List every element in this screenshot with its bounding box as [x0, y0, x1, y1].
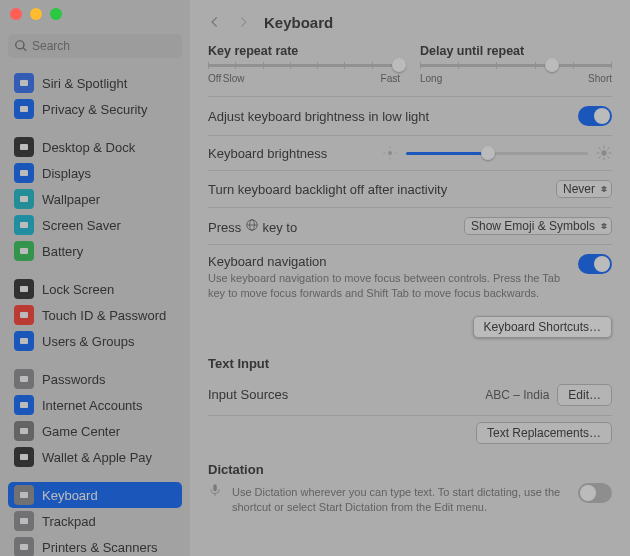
kb-brightness-label: Keyboard brightness: [208, 146, 382, 161]
sidebar-item-touch-id-password[interactable]: Touch ID & Password: [8, 302, 182, 328]
page-title: Keyboard: [264, 14, 333, 31]
key-repeat-label: Key repeat rate: [208, 44, 400, 58]
nav-back[interactable]: [208, 15, 222, 29]
sidebar-item-label: Displays: [42, 166, 91, 181]
search-input[interactable]: [8, 34, 182, 58]
sidebar-item-battery[interactable]: Battery: [8, 238, 182, 264]
sidebar-item-label: Siri & Spotlight: [42, 76, 127, 91]
svg-rect-7: [20, 286, 28, 292]
svg-rect-1: [20, 106, 28, 112]
delay-repeat-min: Long: [420, 73, 442, 84]
svg-rect-4: [20, 196, 28, 202]
svg-line-30: [607, 148, 609, 150]
sidebar-item-game-center[interactable]: Game Center: [8, 418, 182, 444]
svg-rect-2: [20, 144, 28, 150]
svg-rect-8: [20, 312, 28, 318]
hand-icon: [14, 99, 34, 119]
svg-point-17: [388, 151, 392, 155]
finger-icon: [14, 305, 34, 325]
kb-nav-label: Keyboard navigation: [208, 254, 578, 269]
sidebar-item-privacy-security[interactable]: Privacy & Security: [8, 96, 182, 122]
svg-rect-34: [213, 484, 217, 491]
sidebar-item-label: Screen Saver: [42, 218, 121, 233]
trackpad-icon: [14, 511, 34, 531]
delay-repeat-slider[interactable]: [420, 64, 612, 67]
users-icon: [14, 331, 34, 351]
svg-rect-6: [20, 248, 28, 254]
input-sources-label: Input Sources: [208, 387, 485, 402]
delay-repeat-label: Delay until repeat: [420, 44, 612, 58]
sidebar-item-label: Trackpad: [42, 514, 96, 529]
svg-rect-0: [20, 80, 28, 86]
window-zoom[interactable]: [50, 8, 62, 20]
svg-rect-9: [20, 338, 28, 344]
sidebar-item-siri-spotlight[interactable]: Siri & Spotlight: [8, 70, 182, 96]
brightness-low-icon: [382, 145, 398, 161]
key-repeat-slider[interactable]: [208, 64, 400, 67]
backlight-off-select[interactable]: Never: [556, 180, 612, 198]
press-key-select[interactable]: Show Emoji & Symbols: [464, 217, 612, 235]
svg-rect-5: [20, 222, 28, 228]
sidebar-item-users-groups[interactable]: Users & Groups: [8, 328, 182, 354]
backlight-off-label: Turn keyboard backlight off after inacti…: [208, 182, 556, 197]
sidebar-search[interactable]: [8, 34, 182, 58]
text-replacements-button[interactable]: Text Replacements…: [476, 422, 612, 444]
adjust-brightness-toggle[interactable]: [578, 106, 612, 126]
sidebar-item-wallpaper[interactable]: Wallpaper: [8, 186, 182, 212]
svg-line-27: [599, 148, 601, 150]
battery-icon: [14, 241, 34, 261]
press-key-label: Press key to: [208, 218, 464, 235]
sidebar: Siri & SpotlightPrivacy & SecurityDeskto…: [0, 0, 190, 556]
nav-forward[interactable]: [236, 15, 250, 29]
globe-icon: [245, 218, 259, 232]
key-repeat-min: Off: [208, 73, 221, 84]
window-minimize[interactable]: [30, 8, 42, 20]
input-sources-edit-button[interactable]: Edit…: [557, 384, 612, 406]
sidebar-item-wallet-apple-pay[interactable]: Wallet & Apple Pay: [8, 444, 182, 470]
svg-rect-12: [20, 428, 28, 434]
svg-rect-3: [20, 170, 28, 176]
svg-rect-13: [20, 454, 28, 460]
delay-repeat-max: Short: [588, 73, 612, 84]
dictation-title: Dictation: [208, 462, 612, 477]
svg-point-22: [601, 150, 606, 155]
sidebar-item-printers-scanners[interactable]: Printers & Scanners: [8, 534, 182, 556]
sidebar-item-lock-screen[interactable]: Lock Screen: [8, 276, 182, 302]
sidebar-item-label: Wallet & Apple Pay: [42, 450, 152, 465]
kb-nav-desc: Use keyboard navigation to move focus be…: [208, 271, 578, 301]
display-icon: [14, 163, 34, 183]
siri-icon: [14, 73, 34, 93]
screensaver-icon: [14, 215, 34, 235]
dictation-toggle[interactable]: [578, 483, 612, 503]
sidebar-item-passwords[interactable]: Passwords: [8, 366, 182, 392]
sidebar-item-keyboard[interactable]: Keyboard: [8, 482, 182, 508]
sidebar-item-screen-saver[interactable]: Screen Saver: [8, 212, 182, 238]
svg-rect-15: [20, 518, 28, 524]
sidebar-item-internet-accounts[interactable]: Internet Accounts: [8, 392, 182, 418]
kb-brightness-slider[interactable]: [406, 152, 588, 155]
at-icon: [14, 395, 34, 415]
window-close[interactable]: [10, 8, 22, 20]
sidebar-item-trackpad[interactable]: Trackpad: [8, 508, 182, 534]
sidebar-item-label: Passwords: [42, 372, 106, 387]
svg-rect-11: [20, 402, 28, 408]
text-input-title: Text Input: [208, 356, 612, 371]
sidebar-item-label: Internet Accounts: [42, 398, 142, 413]
sidebar-item-displays[interactable]: Displays: [8, 160, 182, 186]
search-icon: [14, 39, 28, 53]
sidebar-item-label: Desktop & Dock: [42, 140, 135, 155]
adjust-brightness-label: Adjust keyboard brightness in low light: [208, 109, 578, 124]
input-sources-value: ABC – India: [485, 388, 549, 402]
kb-nav-toggle[interactable]: [578, 254, 612, 274]
lock-icon: [14, 279, 34, 299]
sidebar-item-label: Users & Groups: [42, 334, 134, 349]
sidebar-item-label: Game Center: [42, 424, 120, 439]
key-repeat-mid: Slow: [223, 73, 245, 84]
printer-icon: [14, 537, 34, 556]
keyboard-shortcuts-button[interactable]: Keyboard Shortcuts…: [473, 316, 612, 338]
svg-rect-14: [20, 492, 28, 498]
key-repeat-max: Fast: [381, 73, 400, 84]
sidebar-item-desktop-dock[interactable]: Desktop & Dock: [8, 134, 182, 160]
wallet-icon: [14, 447, 34, 467]
sidebar-item-label: Touch ID & Password: [42, 308, 166, 323]
